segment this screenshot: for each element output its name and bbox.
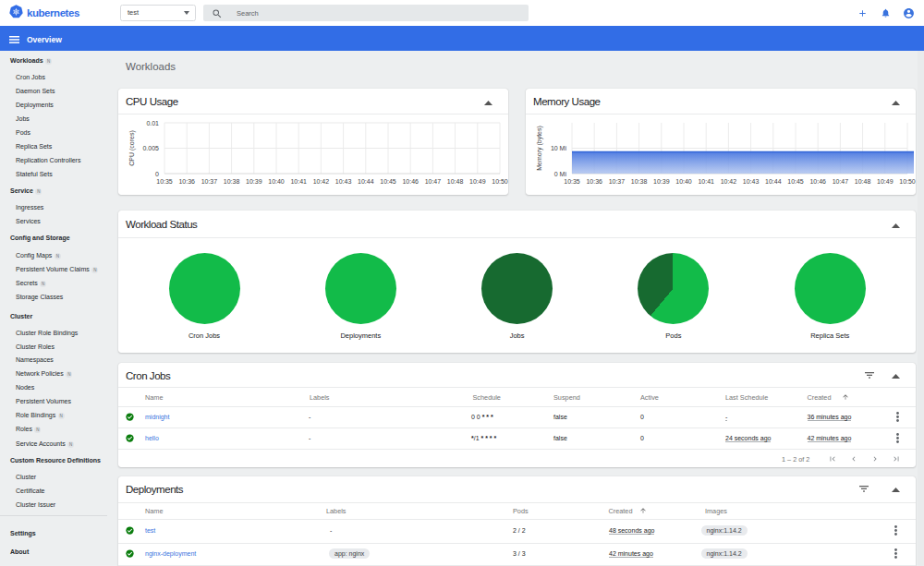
svg-text:10:46: 10:46 — [402, 178, 419, 185]
svg-text:10:36: 10:36 — [586, 178, 602, 185]
svg-text:10:50: 10:50 — [492, 178, 508, 185]
svg-text:CPU (cores): CPU (cores) — [128, 130, 136, 166]
svg-text:0.005: 0.005 — [142, 145, 159, 151]
svg-text:10:35: 10:35 — [156, 178, 173, 185]
svg-text:10:49: 10:49 — [877, 178, 894, 185]
svg-text:10:40: 10:40 — [268, 178, 285, 185]
svg-text:10:46: 10:46 — [809, 178, 826, 185]
svg-text:10:44: 10:44 — [358, 178, 374, 185]
svg-text:10 Mi: 10 Mi — [551, 145, 567, 151]
svg-text:10:36: 10:36 — [178, 178, 195, 185]
svg-text:10:40: 10:40 — [675, 178, 692, 185]
svg-text:10:41: 10:41 — [290, 178, 307, 185]
svg-text:10:48: 10:48 — [855, 178, 871, 185]
svg-text:10:49: 10:49 — [469, 178, 486, 185]
svg-text:10:45: 10:45 — [787, 178, 804, 185]
svg-text:Memory (bytes): Memory (bytes) — [536, 126, 543, 171]
svg-text:0: 0 — [155, 171, 159, 177]
svg-text:10:42: 10:42 — [313, 178, 330, 185]
svg-text:10:47: 10:47 — [425, 178, 442, 185]
svg-text:10:50: 10:50 — [899, 178, 916, 185]
svg-text:10:48: 10:48 — [447, 178, 464, 185]
svg-text:10:43: 10:43 — [335, 178, 352, 185]
svg-text:10:44: 10:44 — [765, 178, 782, 185]
svg-text:10:38: 10:38 — [224, 178, 240, 185]
svg-text:10:35: 10:35 — [564, 178, 580, 185]
svg-text:10:37: 10:37 — [201, 178, 218, 185]
svg-text:0.01: 0.01 — [146, 120, 159, 126]
svg-text:10:42: 10:42 — [721, 178, 737, 185]
svg-text:10:43: 10:43 — [743, 178, 760, 185]
svg-text:10:45: 10:45 — [380, 178, 396, 185]
svg-text:0 Mi: 0 Mi — [554, 171, 567, 177]
svg-text:10:41: 10:41 — [698, 178, 714, 185]
svg-text:10:37: 10:37 — [609, 178, 626, 185]
svg-text:10:39: 10:39 — [653, 178, 670, 185]
svg-text:10:38: 10:38 — [631, 178, 648, 185]
svg-text:10:39: 10:39 — [246, 178, 262, 185]
svg-text:10:47: 10:47 — [833, 178, 849, 185]
